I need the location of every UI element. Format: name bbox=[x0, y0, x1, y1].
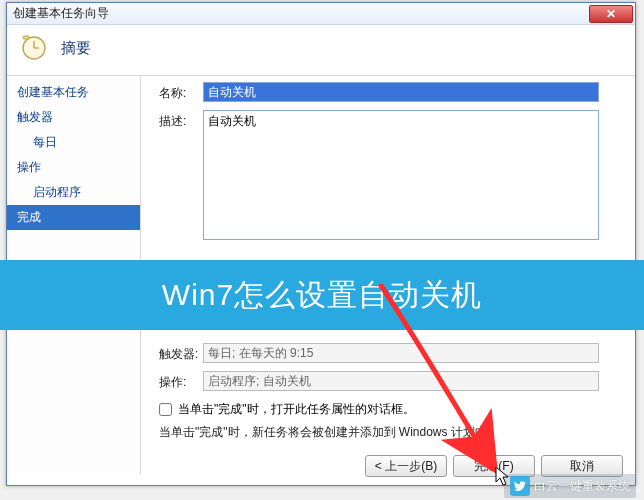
sidebar-item-0[interactable]: 创建基本任务 bbox=[7, 80, 140, 105]
open-properties-label: 当单击"完成"时，打开此任务属性的对话框。 bbox=[178, 401, 415, 418]
desc-textarea[interactable]: 自动关机 bbox=[203, 110, 599, 240]
close-icon: ✕ bbox=[606, 7, 616, 21]
cursor-icon bbox=[495, 466, 511, 491]
back-button[interactable]: < 上一步(B) bbox=[365, 455, 447, 477]
trigger-row: 触发器: 每日; 在每天的 9:15 bbox=[159, 343, 623, 363]
trigger-readonly: 每日; 在每天的 9:15 bbox=[203, 343, 599, 363]
open-properties-row: 当单击"完成"时，打开此任务属性的对话框。 bbox=[159, 401, 623, 418]
sidebar-item-4[interactable]: 启动程序 bbox=[7, 180, 140, 205]
window-title: 创建基本任务向导 bbox=[13, 5, 589, 22]
sidebar-item-1[interactable]: 触发器 bbox=[7, 105, 140, 130]
desc-row: 描述: 自动关机 bbox=[159, 110, 623, 240]
clock-icon bbox=[21, 35, 47, 61]
action-row: 操作: 启动程序; 自动关机 bbox=[159, 371, 623, 391]
watermark: 白云一键重装系统 bbox=[504, 474, 636, 498]
wizard-header: 摘要 bbox=[7, 25, 635, 76]
watermark-icon bbox=[510, 476, 530, 496]
lower-panel: 触发器: 每日; 在每天的 9:15 操作: 启动程序; 自动关机 当单击"完成… bbox=[159, 343, 623, 441]
wizard-window: 创建基本任务向导 ✕ 摘要 创建基本任务触发器每日操作启动程序完成 名称: 描述… bbox=[6, 2, 636, 486]
sidebar-item-5[interactable]: 完成 bbox=[7, 205, 140, 230]
name-input[interactable] bbox=[203, 82, 599, 102]
svg-rect-3 bbox=[23, 36, 29, 39]
name-row: 名称: bbox=[159, 82, 623, 102]
desc-label: 描述: bbox=[159, 110, 203, 130]
open-properties-checkbox[interactable] bbox=[159, 403, 172, 416]
watermark-text: 白云一键重装系统 bbox=[534, 478, 630, 495]
note-text: 当单击"完成"时，新任务将会被创建并添加到 Windows 计划中。 bbox=[159, 424, 623, 441]
action-readonly: 启动程序; 自动关机 bbox=[203, 371, 599, 391]
close-button[interactable]: ✕ bbox=[589, 5, 633, 23]
trigger-label: 触发器: bbox=[159, 343, 203, 363]
sidebar-item-2[interactable]: 每日 bbox=[7, 130, 140, 155]
titlebar: 创建基本任务向导 ✕ bbox=[7, 3, 635, 25]
sidebar-item-3[interactable]: 操作 bbox=[7, 155, 140, 180]
action-label: 操作: bbox=[159, 371, 203, 391]
overlay-banner: Win7怎么设置自动关机 bbox=[0, 260, 644, 330]
name-label: 名称: bbox=[159, 82, 203, 102]
page-title: 摘要 bbox=[61, 39, 91, 58]
